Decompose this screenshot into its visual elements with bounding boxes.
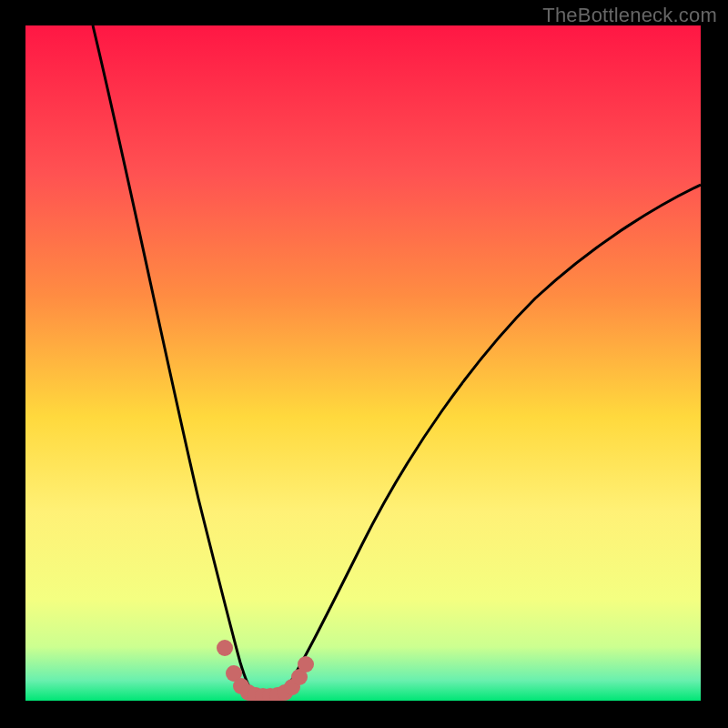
svg-point-0 — [217, 640, 233, 656]
plot-area — [25, 25, 701, 701]
chart-frame: TheBottleneck.com — [0, 0, 728, 728]
watermark-text: TheBottleneck.com — [542, 4, 717, 27]
svg-point-11 — [298, 656, 314, 672]
gradient-background — [25, 25, 701, 701]
chart-svg — [25, 25, 701, 701]
